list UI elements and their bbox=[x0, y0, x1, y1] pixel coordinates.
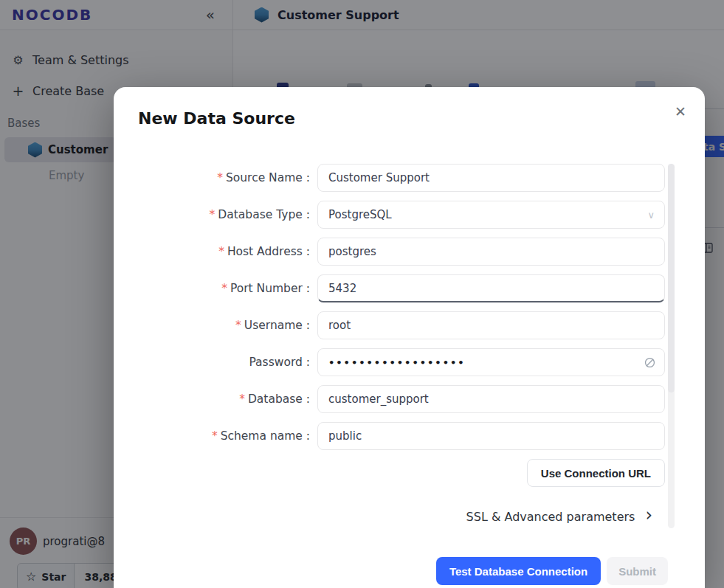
form-field-row-database-type: *Database Type :PostgreSQL∨ bbox=[114, 201, 705, 229]
form-field-row-database: *Database :customer_support bbox=[114, 385, 705, 413]
connection-url-row: Use Connection URL bbox=[114, 459, 705, 487]
required-asterisk: * bbox=[212, 429, 218, 443]
username-value: root bbox=[328, 319, 351, 332]
schema-name-value: public bbox=[328, 429, 362, 443]
schema-name-input[interactable]: public bbox=[317, 422, 665, 450]
source-name-value: Customer Support bbox=[328, 171, 430, 184]
database-type-value: PostgreSQL bbox=[328, 208, 392, 221]
use-connection-url-button[interactable]: Use Connection URL bbox=[527, 459, 665, 487]
host-address-label: *Host Address : bbox=[114, 245, 310, 258]
host-address-value: postgres bbox=[328, 245, 376, 258]
required-asterisk: * bbox=[221, 282, 227, 295]
password-value: •••••••••••••••••• bbox=[328, 357, 466, 368]
source-name-input[interactable]: Customer Support bbox=[317, 164, 665, 192]
schema-name-label: *Schema name : bbox=[114, 429, 310, 443]
port-number-label-text: Port Number : bbox=[230, 282, 310, 295]
form-field-row-username: *Username :root bbox=[114, 311, 705, 339]
required-asterisk: * bbox=[217, 171, 223, 184]
username-label: *Username : bbox=[114, 319, 310, 332]
modal-title: New Data Source bbox=[138, 109, 295, 128]
modal-footer: Test Database Connection Submit bbox=[114, 546, 705, 588]
chevron-down-icon: ∨ bbox=[647, 210, 655, 221]
close-icon[interactable]: ✕ bbox=[675, 103, 686, 120]
form-field-row-password: Password :•••••••••••••••••• bbox=[114, 348, 705, 376]
source-name-label: *Source Name : bbox=[114, 171, 310, 184]
username-label-text: Username : bbox=[244, 319, 310, 332]
host-address-input[interactable]: postgres bbox=[317, 238, 665, 266]
form-field-row-schema-name: *Schema name :public bbox=[114, 422, 705, 450]
required-asterisk: * bbox=[210, 208, 216, 221]
form-field-row-source-name: *Source Name :Customer Support bbox=[114, 164, 705, 192]
ssl-advanced-label: SSL & Advanced parameters bbox=[466, 510, 635, 524]
source-name-label-text: Source Name : bbox=[226, 171, 310, 184]
form-field-row-host-address: *Host Address :postgres bbox=[114, 238, 705, 266]
schema-name-label-text: Schema name : bbox=[221, 429, 310, 443]
password-label: Password : bbox=[114, 356, 310, 369]
required-asterisk: * bbox=[218, 245, 224, 258]
password-input[interactable]: •••••••••••••••••• bbox=[317, 348, 665, 376]
database-value: customer_support bbox=[328, 392, 429, 406]
database-label-text: Database : bbox=[248, 392, 310, 406]
eye-off-icon[interactable] bbox=[644, 356, 656, 372]
form-field-row-port-number: *Port Number :5432 bbox=[114, 274, 705, 302]
modal-form: *Source Name :Customer Support*Database … bbox=[114, 164, 705, 525]
port-number-value: 5432 bbox=[328, 282, 356, 295]
chevron-right-icon: › bbox=[645, 506, 652, 524]
required-asterisk: * bbox=[239, 392, 245, 406]
test-database-connection-button[interactable]: Test Database Connection bbox=[436, 557, 601, 585]
port-number-input[interactable]: 5432 bbox=[317, 274, 665, 302]
database-type-label: *Database Type : bbox=[114, 208, 310, 221]
port-number-label: *Port Number : bbox=[114, 282, 310, 295]
username-input[interactable]: root bbox=[317, 311, 665, 339]
password-label-text: Password : bbox=[249, 356, 310, 369]
modal-scrollbar-thumb[interactable] bbox=[668, 164, 675, 392]
nocodb-app: NOCODB « Customer Support ⚙ Team & Setti… bbox=[0, 0, 724, 588]
database-label: *Database : bbox=[114, 392, 310, 406]
database-type-select[interactable]: PostgreSQL∨ bbox=[317, 201, 665, 229]
new-data-source-modal: New Data Source ✕ *Source Name :Customer… bbox=[114, 87, 705, 588]
ssl-advanced-parameters-link[interactable]: SSL & Advanced parameters› bbox=[114, 508, 705, 525]
database-type-label-text: Database Type : bbox=[218, 208, 310, 221]
database-input[interactable]: customer_support bbox=[317, 385, 665, 413]
host-address-label-text: Host Address : bbox=[227, 245, 310, 258]
required-asterisk: * bbox=[235, 319, 241, 332]
submit-button[interactable]: Submit bbox=[607, 557, 668, 585]
